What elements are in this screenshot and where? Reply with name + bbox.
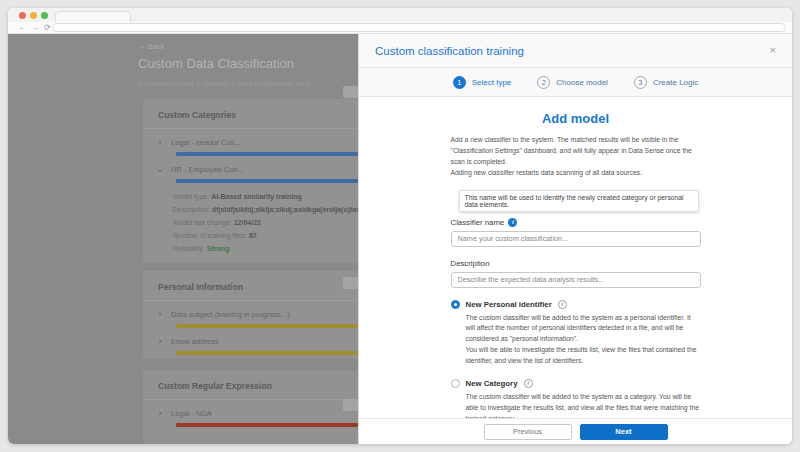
modal-footer: Previous Next xyxy=(359,418,792,444)
category-status-bar xyxy=(176,179,358,183)
option-description: The custom classifier will be added to t… xyxy=(466,313,701,367)
chevron-right-icon: › xyxy=(156,409,164,418)
detail-value: 87 xyxy=(249,232,257,239)
intro-line: Adding new classifier restarts data scan… xyxy=(451,168,701,179)
custom-categories-card: Custom Categories › Legal - vendor Cus..… xyxy=(143,99,358,263)
detail-key: Description: xyxy=(173,206,210,213)
chevron-right-icon: › xyxy=(156,337,164,346)
chevron-right-icon: › xyxy=(156,310,164,319)
info-icon[interactable]: i xyxy=(558,300,567,309)
browser-tab[interactable] xyxy=(55,11,131,22)
detail-key: Number of training files: xyxy=(173,232,247,239)
address-bar[interactable] xyxy=(52,23,786,32)
custom-classification-modal: Custom classification training × 1 Selec… xyxy=(358,34,792,444)
identifier-item[interactable]: › Email address xyxy=(143,328,358,355)
model-details: Model type: AI-Based similarity training… xyxy=(173,191,358,256)
step-label: Choose model xyxy=(556,78,608,87)
step-number: 3 xyxy=(634,76,647,89)
step-number: 2 xyxy=(537,76,550,89)
regex-status-bar xyxy=(176,423,358,427)
identifier-item[interactable]: › Data subject (training in progress...) xyxy=(143,301,358,328)
browser-titlebar xyxy=(8,8,792,22)
step-label: Select type xyxy=(472,78,512,87)
detail-value: 12/04/22 xyxy=(234,219,261,226)
hidden-button-stub xyxy=(343,86,358,98)
chevron-right-icon: › xyxy=(156,138,164,147)
identifier-status-bar xyxy=(176,351,358,355)
page-content: ← Back Custom Data Classification Explan… xyxy=(8,34,792,444)
option-description-line: The custom classifier will be added to t… xyxy=(466,392,701,418)
next-button[interactable]: Next xyxy=(580,424,668,440)
regex-item-label: Legal - NDA xyxy=(171,409,212,418)
detail-key: Model type: xyxy=(173,193,209,200)
browser-toolbar: ← → ⟳ xyxy=(8,22,792,34)
window-zoom-button[interactable] xyxy=(41,12,48,19)
radio-unselected-icon[interactable] xyxy=(451,379,460,388)
reliability-value: Strong xyxy=(207,245,230,252)
option-label: New Category xyxy=(466,379,518,388)
identifier-item-label: Data subject (training in progress...) xyxy=(171,310,290,319)
step-select-type[interactable]: 1 Select type xyxy=(453,76,512,89)
detail-value: dfjsldfjslkfdj;slkfja;slkdj;asldkga(eroi… xyxy=(212,206,358,213)
step-create-logic[interactable]: 3 Create Logic xyxy=(634,76,698,89)
classifier-name-label: Classifier name i xyxy=(451,218,701,227)
option-new-category: New Category i The custom classifier wil… xyxy=(451,379,701,418)
step-number: 1 xyxy=(453,76,466,89)
section-title: Custom Regular Expression xyxy=(143,370,358,400)
category-item-label: HR - Employee Con... xyxy=(171,165,244,174)
custom-regex-card: Custom Regular Expression › Legal - NDA xyxy=(143,370,358,444)
section-title: Personal Information xyxy=(143,271,358,301)
classifier-name-tooltip: This name will be used to identify the n… xyxy=(459,190,699,212)
intro-line: Add a new classifier to the system. The … xyxy=(451,135,701,168)
step-choose-model[interactable]: 2 Choose model xyxy=(537,76,608,89)
step-label: Create Logic xyxy=(653,78,698,87)
page-subtitle: Explanation here Explanation here Explan… xyxy=(138,79,311,88)
forward-icon[interactable]: → xyxy=(31,24,39,32)
radio-new-personal-identifier[interactable]: New Personal identifier i xyxy=(451,300,701,309)
option-description-line: The custom classifier will be added to t… xyxy=(466,313,701,346)
description-label: Description xyxy=(451,259,701,268)
info-icon[interactable]: i xyxy=(524,379,533,388)
dimmed-page-overlay: ← Back Custom Data Classification Explan… xyxy=(8,34,358,444)
window-close-button[interactable] xyxy=(19,12,26,19)
wizard-steps: 1 Select type 2 Choose model 3 Create Lo… xyxy=(359,68,792,97)
category-item[interactable]: › Legal - vendor Cus... xyxy=(143,129,358,156)
option-description: The custom classifier will be added to t… xyxy=(466,392,701,418)
description-input[interactable] xyxy=(451,272,701,288)
add-model-heading: Add model xyxy=(451,111,701,126)
chevron-down-icon: ⌄ xyxy=(156,165,164,174)
traffic-lights xyxy=(19,12,48,19)
page-title: Custom Data Classification xyxy=(138,56,294,71)
refresh-icon[interactable]: ⟳ xyxy=(44,24,51,32)
category-item-expanded[interactable]: ⌄ HR - Employee Con... xyxy=(143,156,358,183)
intro-text: Add a new classifier to the system. The … xyxy=(451,135,701,179)
option-new-personal-identifier: New Personal identifier i The custom cla… xyxy=(451,300,701,367)
modal-header: Custom classification training × xyxy=(359,34,792,68)
label-text: Classifier name xyxy=(451,218,505,227)
info-icon[interactable]: i xyxy=(508,218,517,227)
label-text: Description xyxy=(451,259,490,268)
personal-information-card: Personal Information › Data subject (tra… xyxy=(143,271,358,359)
modal-title: Custom classification training xyxy=(375,45,524,57)
browser-window: ← → ⟳ ← Back Custom Data Classification … xyxy=(8,8,792,444)
desktop-background: ← → ⟳ ← Back Custom Data Classification … xyxy=(0,0,800,452)
option-description-line: You will be able to investigate the resu… xyxy=(466,345,701,367)
back-icon[interactable]: ← xyxy=(18,24,26,32)
identifier-item-label: Email address xyxy=(171,337,219,346)
window-minimize-button[interactable] xyxy=(30,12,37,19)
hidden-button-stub xyxy=(343,277,358,289)
radio-new-category[interactable]: New Category i xyxy=(451,379,701,388)
detail-value: AI-Based similarity training xyxy=(211,193,302,200)
option-label: New Personal identifier xyxy=(466,300,552,309)
detail-key: Reliability: xyxy=(173,245,205,252)
radio-selected-icon[interactable] xyxy=(451,300,460,309)
section-title: Custom Categories xyxy=(143,99,358,129)
back-link[interactable]: ← Back xyxy=(138,42,164,51)
close-icon[interactable]: × xyxy=(770,45,776,56)
previous-button[interactable]: Previous xyxy=(484,424,572,440)
category-item-label: Legal - vendor Cus... xyxy=(171,138,241,147)
modal-body: Add model Add a new classifier to the sy… xyxy=(359,97,792,418)
hidden-button-stub xyxy=(343,399,358,411)
classifier-name-input[interactable] xyxy=(451,231,701,247)
regex-item[interactable]: › Legal - NDA xyxy=(143,400,358,427)
